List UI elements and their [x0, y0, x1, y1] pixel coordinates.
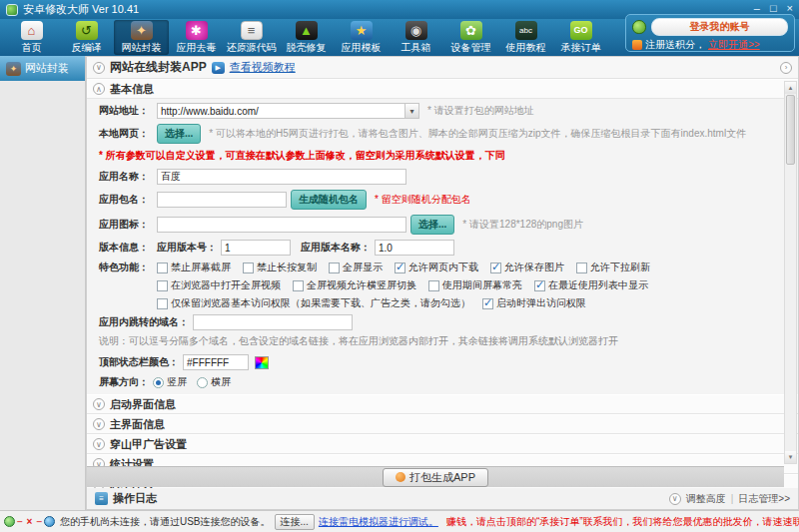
pc-status-icon — [4, 516, 15, 527]
log-bar: ≡ 操作日志 ∨ 调整高度 | 日志管理>> — [86, 488, 799, 510]
form-row-orientation: 屏幕方向： 竖屏 横屏 — [99, 375, 788, 389]
login-button[interactable]: 登录我的账号 — [651, 18, 788, 36]
checkbox-box — [293, 280, 304, 291]
app-template-icon: ★ — [351, 21, 373, 40]
toolbar-item-orders[interactable]: GO 承接订单 — [553, 20, 608, 55]
virus-removal-icon: ✱ — [186, 21, 208, 40]
chevron-down-icon[interactable]: ∨ — [93, 418, 105, 430]
features-row-2: 在浏览器中打开全屏视频 全屏视频允许横竖屏切换 使用期间屏幕常亮 在最近使用列表… — [99, 278, 788, 292]
feature-checkbox[interactable]: 使用期间屏幕常亮 — [428, 278, 522, 292]
feature-checkbox[interactable]: 仅保留浏览器基本访问权限（如果需要下载、广告之类，请勿勾选） — [157, 296, 470, 310]
checkbox-box — [243, 263, 254, 273]
toolbar-item-decompile[interactable]: ↺ 反编译 — [59, 20, 114, 55]
radio-dot — [153, 377, 164, 388]
package-name-input[interactable] — [157, 192, 287, 208]
version-name-input[interactable] — [375, 240, 454, 256]
disconnected-icon: × — [27, 516, 33, 527]
video-icon: ▶ — [212, 62, 225, 74]
checkbox-box — [534, 280, 545, 291]
checkbox-box — [482, 298, 493, 309]
chevron-up-icon[interactable]: ∧ — [93, 83, 105, 95]
package-name-hint: * 留空则随机分配包名 — [375, 193, 471, 207]
page-title: 网站在线封装APP — [110, 59, 207, 76]
color-picker-icon[interactable] — [255, 356, 269, 369]
vertical-scrollbar[interactable]: ▴ ▾ — [784, 81, 797, 464]
orders-icon: GO — [570, 21, 592, 40]
chevron-down-icon[interactable]: ∨ — [93, 438, 105, 450]
section-header-mainui[interactable]: ∨ 主界面信息 — [87, 414, 798, 434]
feature-checkbox[interactable]: 在浏览器中打开全屏视频 — [157, 278, 281, 292]
home-icon: ⌂ — [21, 21, 43, 40]
feature-checkbox[interactable]: 允许网页内下载 — [395, 261, 478, 274]
statusbar-color-input[interactable] — [183, 354, 249, 370]
adjust-height-icon[interactable]: ∨ — [669, 493, 681, 505]
form-row-package-name: 应用包名： 生成随机包名 * 留空则随机分配包名 — [99, 190, 788, 210]
login-panel: 登录我的账号 注册送积分， 立即开通>> — [625, 14, 795, 52]
scroll-up-icon[interactable]: ▴ — [785, 82, 796, 94]
status-bar: – × – 您的手机尚未连接，请通过USB连接您的设备。 连接... 连接雷电模… — [0, 510, 799, 532]
feature-checkbox[interactable]: 禁止屏幕截屏 — [157, 261, 231, 274]
section-header-ads[interactable]: ∨ 穿山甲广告设置 — [87, 434, 798, 454]
checkbox-box — [490, 263, 501, 273]
toolbar-item-app-template[interactable]: ★ 应用模板 — [334, 20, 389, 55]
version-code-input[interactable] — [221, 240, 291, 256]
feature-checkbox[interactable]: 禁止长按复制 — [243, 261, 317, 274]
app-name-input[interactable] — [157, 169, 406, 185]
version-name-label: 应用版本名称： — [301, 241, 371, 255]
toolbar-item-home[interactable]: ⌂ 首页 — [4, 20, 59, 55]
feature-checkbox[interactable]: 全屏视频允许横竖屏切换 — [293, 278, 416, 292]
app-logo-icon — [6, 4, 18, 16]
section-header-basic[interactable]: ∧ 基本信息 — [87, 79, 798, 99]
toolbar-item-website-package[interactable]: ✦ 网站封装 — [114, 20, 169, 55]
app-icon-choose-button[interactable]: 选择... — [410, 215, 454, 235]
source-code-icon: ≡ — [241, 21, 263, 40]
radio-dot — [197, 377, 208, 388]
package-app-button[interactable]: 打包生成APP — [383, 468, 488, 487]
adjust-height-label[interactable]: 调整高度 — [686, 492, 726, 506]
section-header-splash[interactable]: ∨ 启动界面信息 — [87, 394, 798, 414]
toolbar-item-toolbox[interactable]: ◉ 工具箱 — [389, 20, 443, 55]
connect-button[interactable]: 连接... — [275, 514, 315, 530]
panel-header: ∨ 网站在线封装APP ▶ 查看视频教程 › — [87, 57, 798, 79]
domains-label: 应用内跳转的域名： — [99, 315, 189, 329]
scroll-down-icon[interactable]: ▾ — [785, 451, 796, 463]
decompile-icon: ↺ — [76, 21, 98, 40]
orientation-landscape-radio[interactable]: 横屏 — [197, 375, 231, 389]
checkbox-box — [157, 280, 168, 291]
scrollbar-thumb[interactable] — [786, 95, 795, 165]
website-url-dropdown-icon[interactable]: ▾ — [404, 103, 419, 119]
video-tutorial-link[interactable]: 查看视频教程 — [230, 60, 296, 75]
domains-input[interactable] — [193, 314, 353, 330]
phone-status-icon — [44, 516, 55, 527]
form-row-version: 版本信息： 应用版本号： 应用版本名称： — [99, 240, 788, 256]
feature-checkbox[interactable]: 允许保存图片 — [490, 261, 564, 274]
features-row-1: 特色功能： 禁止屏幕截屏 禁止长按复制 全屏显示 允许网页内下载 允许保存图片 — [99, 261, 788, 274]
emulator-debug-link[interactable]: 连接雷电模拟器进行调试。 — [319, 515, 438, 529]
chevron-down-icon[interactable]: ∨ — [93, 398, 105, 410]
feature-checkbox[interactable]: 允许下拉刷新 — [576, 261, 650, 274]
log-manage-link[interactable]: 日志管理>> — [738, 492, 790, 506]
sidebar-tab-website-package[interactable]: ✦ 网站封装 — [0, 56, 85, 81]
website-url-input[interactable] — [157, 103, 404, 119]
website-url-hint: * 请设置打包的网站地址 — [427, 104, 534, 118]
feature-checkbox[interactable]: 在最近使用列表中显示 — [534, 278, 648, 292]
generate-random-package-button[interactable]: 生成随机包名 — [291, 190, 367, 210]
package-icon — [396, 472, 405, 482]
promo-text: 赚钱，请点击顶部的“承接订单”联系我们，我们将给您最优惠的批发价，请速速联系。 — [446, 515, 799, 529]
register-points-text: 注册送积分， — [645, 38, 705, 52]
toolbar-item-virus-removal[interactable]: ✱ 应用去毒 — [169, 20, 224, 55]
collapse-right-icon[interactable]: › — [780, 62, 792, 74]
toolbar-item-source-code[interactable]: ≡ 还原源代码 — [224, 20, 279, 55]
left-sidebar: ✦ 网站封装 — [0, 56, 86, 510]
toolbar-item-tutorial[interactable]: abc 使用教程 — [498, 20, 553, 55]
orientation-portrait-radio[interactable]: 竖屏 — [153, 375, 187, 389]
local-page-choose-button[interactable]: 选择... — [157, 124, 201, 144]
feature-checkbox[interactable]: 全屏显示 — [329, 261, 383, 274]
feature-checkbox[interactable]: 启动时弹出访问权限 — [482, 296, 586, 310]
toolbar-item-device-manager[interactable]: ✿ 设备管理 — [443, 20, 498, 55]
collapse-panel-icon[interactable]: ∨ — [93, 62, 105, 74]
toolbar-item-unpack-repair[interactable]: ▲ 脱壳修复 — [279, 20, 334, 55]
register-now-link[interactable]: 立即开通>> — [708, 38, 760, 52]
app-icon-path-input[interactable] — [157, 217, 406, 233]
form-row-website: 网站地址： ▾ * 请设置打包的网站地址 — [99, 103, 788, 119]
